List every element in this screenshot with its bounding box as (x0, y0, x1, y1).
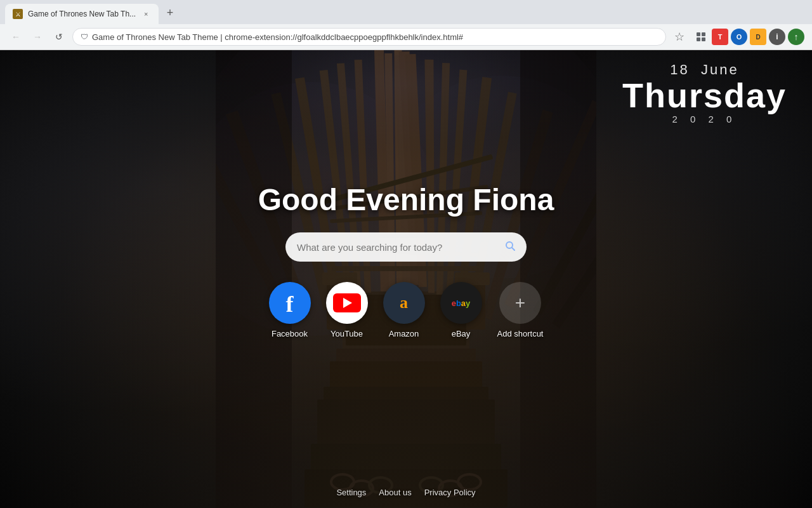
footer: Settings About us Privacy Policy (0, 488, 812, 497)
about-link[interactable]: About us (379, 488, 411, 497)
refresh-button[interactable]: ↺ (51, 29, 67, 45)
extensions-area: T O D i ↑ (693, 29, 804, 45)
browser-chrome: ⚔ Game of Thrones New Tab Th... × + ← → … (0, 0, 812, 50)
add-shortcut[interactable]: + Add shortcut (497, 282, 544, 338)
facebook-shortcut[interactable]: f Facebook (269, 282, 311, 338)
search-bar[interactable] (285, 232, 527, 262)
shield-icon: 🛡 (81, 32, 88, 41)
nav-bar: ← → ↺ 🛡 Game of Thrones New Tab Theme | … (0, 24, 812, 50)
address-text: Game of Thrones New Tab Theme | chrome-e… (92, 32, 658, 42)
main-content: 18 June Thursday 2 0 2 0 Good Evening Fi… (0, 50, 812, 508)
youtube-label: YouTube (331, 329, 363, 338)
amazon-label: Amazon (389, 329, 419, 338)
address-bar[interactable]: 🛡 Game of Thrones New Tab Theme | chrome… (72, 28, 666, 46)
facebook-icon: f (269, 282, 311, 324)
back-button[interactable]: ← (8, 29, 24, 45)
svg-rect-3 (702, 32, 705, 36)
tab-bar: ⚔ Game of Thrones New Tab Th... × + (0, 0, 812, 24)
facebook-label: Facebook (272, 329, 308, 338)
svg-rect-2 (697, 32, 700, 36)
extension-yellow-btn[interactable]: D (750, 29, 766, 45)
svg-rect-4 (697, 37, 700, 41)
tab-close-button[interactable]: × (141, 9, 151, 19)
settings-link[interactable]: Settings (336, 488, 366, 497)
shortcuts-row: f Facebook YouTube a Amazon (269, 282, 544, 338)
bookmark-button[interactable]: ☆ (671, 29, 688, 45)
youtube-shortcut[interactable]: YouTube (326, 282, 368, 338)
extension-puzzle-btn[interactable] (693, 29, 709, 45)
center-content: Good Evening Fiona f Facebook (0, 50, 812, 508)
ebay-icon: e b a y (440, 282, 482, 324)
add-shortcut-label: Add shortcut (497, 329, 544, 338)
extension-green-btn[interactable]: ↑ (788, 29, 804, 45)
svg-text:⚔: ⚔ (15, 11, 21, 18)
youtube-icon (326, 282, 368, 324)
greeting-text: Good Evening Fiona (258, 182, 554, 217)
tab-title: Game of Thrones New Tab Th... (28, 10, 136, 18)
svg-rect-5 (702, 37, 705, 41)
svg-text:D: D (756, 34, 760, 41)
extension-info-btn[interactable]: i (769, 29, 785, 45)
amazon-shortcut[interactable]: a Amazon (383, 282, 425, 338)
ebay-label: eBay (452, 329, 471, 338)
privacy-link[interactable]: Privacy Policy (424, 488, 476, 497)
search-input[interactable] (297, 242, 500, 253)
extension-red-btn[interactable]: T (712, 29, 728, 45)
search-icon (505, 241, 515, 253)
new-tab-button[interactable]: + (161, 4, 179, 22)
tab-favicon: ⚔ (13, 9, 23, 19)
active-tab[interactable]: ⚔ Game of Thrones New Tab Th... × (5, 4, 159, 24)
add-shortcut-icon: + (499, 282, 541, 324)
svg-line-61 (512, 248, 514, 250)
ebay-shortcut[interactable]: e b a y eBay (440, 282, 482, 338)
forward-button[interactable]: → (29, 29, 46, 45)
extension-blue-btn[interactable]: O (731, 29, 747, 45)
amazon-icon: a (383, 282, 425, 324)
